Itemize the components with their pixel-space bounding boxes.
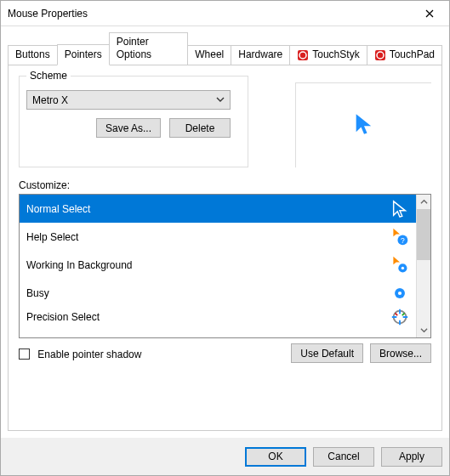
busy-cursor-icon — [389, 282, 411, 304]
tab-pointer-options[interactable]: Pointer Options — [109, 32, 188, 65]
save-as-button[interactable]: Save As... — [96, 118, 161, 138]
enable-shadow-checkbox[interactable] — [19, 348, 30, 360]
list-item-label: Busy — [26, 287, 49, 299]
list-item-help-select[interactable]: Help Select ? — [20, 223, 416, 251]
tabpage-pointers: Scheme Metro X Save As... Delete — [8, 65, 442, 431]
list-scrollbar[interactable] — [416, 195, 430, 337]
tab-hardware[interactable]: Hardware — [231, 45, 290, 65]
customize-label: Customize: — [19, 179, 431, 191]
client-area: Buttons Pointers Pointer Options Wheel H… — [1, 26, 449, 438]
delete-button[interactable]: Delete — [169, 118, 231, 138]
list-item-label: Precision Select — [26, 311, 100, 323]
list-item-precision-select[interactable]: Precision Select — [20, 307, 416, 327]
list-item-label: Normal Select — [26, 203, 90, 215]
chevron-down-icon — [420, 325, 428, 337]
crosshair-icon — [389, 306, 411, 328]
window-title: Mouse Properties — [8, 8, 88, 20]
titlebar: Mouse Properties — [1, 1, 449, 26]
tab-pointers[interactable]: Pointers — [57, 44, 110, 65]
tab-wheel[interactable]: Wheel — [187, 45, 231, 65]
svg-text:?: ? — [401, 235, 405, 244]
scheme-legend: Scheme — [26, 70, 71, 82]
scheme-row: Scheme Metro X Save As... Delete — [19, 76, 431, 167]
scroll-track[interactable] — [417, 260, 430, 323]
list-item-busy[interactable]: Busy — [20, 279, 416, 307]
scheme-combobox[interactable]: Metro X — [26, 90, 231, 110]
scheme-fieldset: Scheme Metro X Save As... Delete — [19, 76, 248, 167]
ok-button[interactable]: OK — [245, 447, 306, 467]
busy-bg-cursor-icon — [389, 254, 411, 276]
list-item-working-in-background[interactable]: Working In Background — [20, 251, 416, 279]
tabstrip: Buttons Pointers Pointer Options Wheel H… — [8, 31, 442, 65]
below-list-row: Enable pointer shadow Use Default Browse… — [19, 343, 431, 363]
cursor-arrow-icon — [352, 112, 376, 139]
close-button[interactable] — [410, 1, 449, 26]
svg-point-9 — [402, 266, 404, 269]
customize-list-wrap: Normal Select Help Select ? — [19, 194, 431, 338]
dialog-button-row: OK Cancel Apply — [1, 438, 449, 475]
chevron-up-icon — [420, 196, 428, 208]
list-item-label: Working In Background — [26, 259, 133, 271]
help-cursor-icon: ? — [389, 226, 411, 248]
chevron-down-icon — [216, 94, 225, 106]
enable-shadow-text: Enable pointer shadow — [37, 348, 141, 360]
svg-point-11 — [398, 291, 402, 294]
tab-buttons[interactable]: Buttons — [8, 45, 58, 65]
cancel-button[interactable]: Cancel — [313, 447, 374, 467]
synaptics-icon — [374, 49, 386, 61]
apply-button[interactable]: Apply — [381, 447, 442, 467]
scroll-up-button[interactable] — [417, 195, 430, 209]
browse-button[interactable]: Browse... — [370, 343, 431, 363]
synaptics-icon — [297, 49, 309, 61]
customize-list[interactable]: Normal Select Help Select ? — [20, 195, 416, 337]
tab-touchstyk[interactable]: TouchStyk — [289, 45, 367, 65]
tab-touchpad[interactable]: TouchPad — [367, 45, 442, 65]
cursor-preview — [295, 82, 431, 167]
scheme-selected: Metro X — [32, 94, 68, 106]
list-item-label: Help Select — [26, 231, 78, 243]
scheme-buttons: Save As... Delete — [26, 118, 231, 138]
close-icon — [425, 7, 434, 20]
use-default-button[interactable]: Use Default — [291, 343, 363, 363]
cursor-arrow-icon — [389, 198, 411, 220]
scroll-thumb[interactable] — [417, 209, 430, 260]
enable-shadow-label[interactable]: Enable pointer shadow — [19, 347, 141, 360]
mouse-properties-dialog: Mouse Properties Buttons Pointers Pointe… — [0, 0, 450, 476]
list-item-normal-select[interactable]: Normal Select — [20, 195, 416, 223]
scroll-down-button[interactable] — [417, 323, 430, 337]
